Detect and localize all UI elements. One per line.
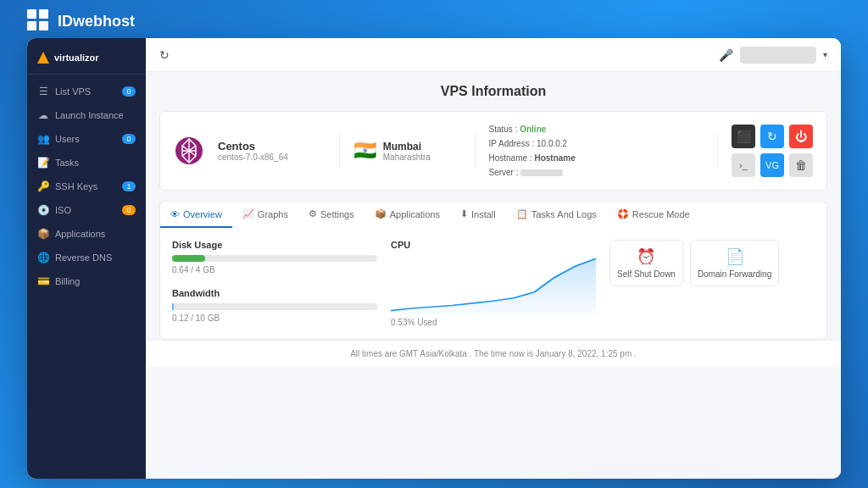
server-label: Server : <box>489 168 521 177</box>
tab-rescue-mode[interactable]: 🛟 Rescue Mode <box>607 202 700 228</box>
sidebar-item-billing[interactable]: 💳 Billing <box>27 269 146 293</box>
footer-bar: All times are GMT Asia/Kolkata . The tim… <box>146 340 841 367</box>
sidebar-badge-iso: 0 <box>122 205 136 215</box>
tab-rescue-label: Rescue Mode <box>632 209 690 219</box>
location-flag: 🇮🇳 <box>353 140 376 162</box>
sidebar-item-tasks[interactable]: 📝 Tasks <box>27 151 146 175</box>
content-panel: ↻ 🎤 ▾ VPS Information <box>146 38 841 479</box>
billing-icon: 💳 <box>37 275 49 287</box>
svg-marker-6 <box>391 258 596 314</box>
os-version: centos-7.0-x86_64 <box>218 152 326 162</box>
tab-install[interactable]: ⬇ Install <box>450 202 506 228</box>
list-vps-icon: ☰ <box>37 86 49 97</box>
sidebar-item-ssh-keys[interactable]: 🔑 SSH Keys 1 <box>27 175 146 198</box>
status-value: Online <box>520 125 546 134</box>
vnc-button[interactable]: VG <box>760 153 784 177</box>
main-frame: virtualizor ☰ List VPS 0 ☁ Launch Instan… <box>27 38 841 479</box>
domain-forwarding-button[interactable]: 📄 Domain Forwarding <box>690 240 779 286</box>
sidebar-label-launch-instance: Launch Instance <box>55 110 124 120</box>
sidebar-badge-list-vps: 0 <box>122 86 136 97</box>
content-header: ↻ 🎤 ▾ <box>146 38 841 72</box>
dropdown-arrow-icon[interactable]: ▾ <box>823 50 827 59</box>
vps-status-info: Status : Online IP Address : 10.0.0.2 Ho… <box>489 122 704 180</box>
tab-applications[interactable]: 📦 Applications <box>364 202 450 228</box>
sidebar-label-billing: Billing <box>55 276 80 286</box>
tab-tasks-logs[interactable]: 📋 Tasks And Logs <box>506 202 607 228</box>
cpu-chart <box>391 255 596 314</box>
tab-applications-label: Applications <box>390 209 440 219</box>
brand-logo: IDwebhost <box>27 9 135 33</box>
logo-icon <box>27 9 51 33</box>
sidebar-item-launch-instance[interactable]: ☁ Launch Instance <box>27 103 146 127</box>
os-name: Centos <box>218 140 326 152</box>
brand-name: IDwebhost <box>58 13 135 30</box>
vps-location: 🇮🇳 Mumbai Maharashtra <box>353 140 461 162</box>
settings-tab-icon: ⚙ <box>309 208 317 219</box>
applications-icon: 📦 <box>37 228 49 240</box>
self-shutdown-label: Self Shut Down <box>617 269 676 279</box>
stats-grid: Disk Usage 0.64 / 4 GB Bandwidth 0.12 / … <box>159 228 827 340</box>
bandwidth-progress-wrap <box>172 303 377 310</box>
user-bar <box>740 47 816 64</box>
sidebar: virtualizor ☰ List VPS 0 ☁ Launch Instan… <box>27 38 146 479</box>
disk-value: 0.64 / 4 GB <box>172 265 377 274</box>
bandwidth-label: Bandwidth <box>172 288 377 298</box>
tab-settings-label: Settings <box>320 209 354 219</box>
sidebar-label-iso: ISO <box>55 205 71 215</box>
header-right: 🎤 ▾ <box>719 47 827 64</box>
vps-actions: ⬛ ↻ ⏻ ›_ VG 🗑 <box>732 125 813 177</box>
quick-actions-row: ⏰ Self Shut Down 📄 Domain Forwarding <box>609 240 815 286</box>
vps-content: VPS Information <box>146 72 841 479</box>
sidebar-label-applications: Applications <box>55 229 105 239</box>
os-icon <box>174 136 204 166</box>
power-button[interactable]: ⏻ <box>789 125 813 148</box>
ssh-keys-icon: 🔑 <box>37 180 49 192</box>
disk-progress-wrap <box>172 255 377 262</box>
terminal-button[interactable]: ⬛ <box>732 125 755 148</box>
sidebar-label-reverse-dns: Reverse DNS <box>55 252 112 263</box>
sidebar-label-list-vps: List VPS <box>55 86 91 97</box>
ip-value: 10.0.0.2 <box>537 139 567 148</box>
users-icon: 👥 <box>37 133 49 145</box>
tasks-logs-tab-icon: 📋 <box>516 208 528 219</box>
hostname-label: Hostname : <box>489 153 535 163</box>
console-button[interactable]: ›_ <box>732 153 755 177</box>
mic-icon: 🎤 <box>719 48 733 62</box>
tab-overview[interactable]: 👁 Overview <box>160 202 232 228</box>
self-shutdown-button[interactable]: ⏰ Self Shut Down <box>609 240 683 286</box>
tab-graphs-label: Graphs <box>258 209 288 219</box>
iso-icon: 💿 <box>37 204 49 216</box>
tab-graphs[interactable]: 📈 Graphs <box>232 202 298 228</box>
sidebar-item-list-vps[interactable]: ☰ List VPS 0 <box>27 80 146 103</box>
refresh-icon[interactable]: ↻ <box>159 48 170 62</box>
vps-info-title: VPS Information <box>146 72 841 111</box>
disk-usage-label: Disk Usage <box>172 240 377 250</box>
tab-settings[interactable]: ⚙ Settings <box>298 202 364 228</box>
sidebar-item-applications[interactable]: 📦 Applications <box>27 222 146 246</box>
main-area: virtualizor ☰ List VPS 0 ☁ Launch Instan… <box>27 38 841 479</box>
vps-info-card: Centos centos-7.0-x86_64 🇮🇳 Mumbai Mahar… <box>159 111 827 191</box>
sidebar-item-users[interactable]: 👥 Users 0 <box>27 127 146 151</box>
delete-button[interactable]: 🗑 <box>789 153 813 177</box>
self-shutdown-icon: ⏰ <box>637 247 655 266</box>
sidebar-logo: virtualizor <box>27 45 146 75</box>
disk-progress-fill <box>172 255 205 262</box>
sidebar-label-ssh-keys: SSH Keys <box>55 181 97 191</box>
tab-overview-label: Overview <box>183 209 222 219</box>
disk-usage-card: Disk Usage 0.64 / 4 GB Bandwidth 0.12 / … <box>172 240 377 327</box>
tab-tasks-logs-label: Tasks And Logs <box>531 209 597 219</box>
install-tab-icon: ⬇ <box>460 208 468 219</box>
quick-actions-area: ⏰ Self Shut Down 📄 Domain Forwarding <box>609 240 815 327</box>
sidebar-item-reverse-dns[interactable]: 🌐 Reverse DNS <box>27 246 146 269</box>
bandwidth-value: 0.12 / 10 GB <box>172 313 377 323</box>
virtualizor-brand: virtualizor <box>54 53 99 63</box>
domain-forwarding-label: Domain Forwarding <box>698 269 771 279</box>
sidebar-badge-users: 0 <box>122 134 136 144</box>
applications-tab-icon: 📦 <box>375 208 387 219</box>
restart-button[interactable]: ↻ <box>760 125 784 148</box>
tabs-bar: 👁 Overview 📈 Graphs ⚙ Settings 📦 Applica… <box>159 201 827 228</box>
sidebar-item-iso[interactable]: 💿 ISO 0 <box>27 198 146 222</box>
sidebar-label-users: Users <box>55 134 80 144</box>
graphs-tab-icon: 📈 <box>242 208 254 219</box>
cpu-card: CPU <box>391 240 596 327</box>
